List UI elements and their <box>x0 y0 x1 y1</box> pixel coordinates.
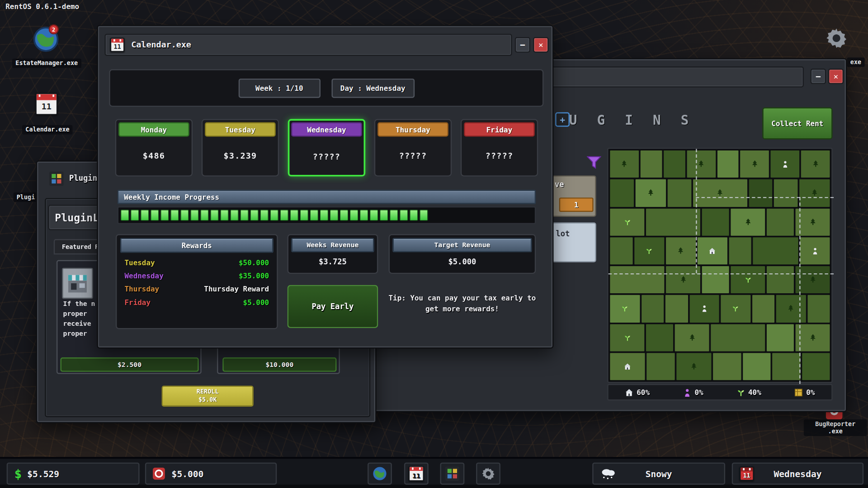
person-tile[interactable] <box>689 295 719 322</box>
map-tile[interactable] <box>664 150 685 178</box>
map-tile[interactable] <box>711 324 765 351</box>
crate-icon <box>794 388 802 396</box>
map-tile[interactable] <box>807 295 830 322</box>
map-tile[interactable] <box>668 179 691 206</box>
pine-tile[interactable] <box>799 179 830 206</box>
tip-line1: Tip: You can pay your tax early to <box>386 293 538 304</box>
snow-cloud-icon <box>600 467 617 480</box>
map-tile[interactable] <box>713 353 741 380</box>
taskbar-settings-button[interactable] <box>476 463 500 485</box>
pine-tile[interactable] <box>687 150 716 178</box>
map-tile[interactable] <box>610 237 632 264</box>
map-tile[interactable] <box>646 208 700 235</box>
house-tile[interactable] <box>697 237 727 264</box>
person-tile[interactable] <box>771 150 800 178</box>
calendar-titlebar[interactable]: 11 Calendar.exe <box>104 34 512 56</box>
sprout-tile[interactable] <box>731 266 765 293</box>
pine-tile[interactable] <box>675 324 709 351</box>
progress-segment <box>330 210 338 221</box>
map-tile[interactable] <box>702 266 729 293</box>
calendar-window: 11 Calendar.exe – ✕ Week : 1/10 Day : We… <box>97 25 553 348</box>
sprout-tile[interactable] <box>610 295 640 322</box>
map-tile[interactable] <box>743 353 771 380</box>
pine-tile[interactable] <box>666 237 696 264</box>
money-chip[interactable]: $ $5.529 <box>7 463 140 485</box>
pine-tile[interactable] <box>796 208 830 235</box>
map-tile[interactable] <box>702 208 729 235</box>
map-stat: 60% <box>625 388 650 396</box>
pine-tile[interactable] <box>693 179 747 206</box>
house-tile[interactable] <box>610 353 645 380</box>
map-tile[interactable] <box>610 179 633 206</box>
day-card-thursday[interactable]: Thursday????? <box>374 119 452 176</box>
pine-tile[interactable] <box>796 324 830 351</box>
map-tile[interactable] <box>772 353 800 380</box>
sprout-tile[interactable] <box>721 295 750 322</box>
map-tile[interactable] <box>729 237 751 264</box>
day-card-friday[interactable]: Friday????? <box>461 119 538 176</box>
pine-tile[interactable] <box>731 208 765 235</box>
buy-plugin-button[interactable]: $10.000 <box>222 357 336 372</box>
map-tile[interactable] <box>610 266 664 293</box>
desktop-icon-calendar-label[interactable]: Calendar.exe <box>22 125 73 135</box>
sprout-icon <box>621 305 628 312</box>
estate-minimize-button[interactable]: – <box>811 69 826 84</box>
collect-rent-button[interactable]: Collect Rent <box>762 108 833 140</box>
estate-map[interactable] <box>607 148 832 383</box>
day-card-value: $486 <box>116 151 192 161</box>
day-chip[interactable]: 11 Wednesday <box>732 463 863 485</box>
pine-tile[interactable] <box>776 295 806 322</box>
pine-tile[interactable] <box>666 266 700 293</box>
person-tile[interactable] <box>800 237 830 264</box>
sprout-tile[interactable] <box>610 208 644 235</box>
map-tile[interactable] <box>647 353 675 380</box>
map-tile[interactable] <box>641 150 662 178</box>
pay-early-button[interactable]: Pay Early <box>288 285 378 328</box>
map-tile[interactable] <box>802 353 830 380</box>
desktop-icon-estatemanager-label[interactable]: EstateManager.exe <box>12 59 81 68</box>
map-tile[interactable] <box>665 295 688 322</box>
day-card-monday[interactable]: Monday$486 <box>115 119 193 176</box>
taskbar-calendar-button[interactable]: 11 <box>404 463 429 485</box>
sprout-tile[interactable] <box>634 237 664 264</box>
add-plugin-button[interactable]: + <box>555 113 570 127</box>
map-tile[interactable] <box>767 324 794 351</box>
pine-tile[interactable] <box>796 266 830 293</box>
filter-funnel-icon[interactable] <box>587 156 601 169</box>
map-tile[interactable] <box>749 179 772 206</box>
map-tile[interactable] <box>753 237 798 264</box>
weather-chip[interactable]: Snowy <box>592 463 725 485</box>
map-tile[interactable] <box>642 295 664 322</box>
pine-tile[interactable] <box>801 150 830 178</box>
desktop-icon-exe-label[interactable]: exe <box>847 57 864 67</box>
sprout-tile[interactable] <box>610 324 644 351</box>
calendar-close-button[interactable]: ✕ <box>533 37 548 52</box>
pine-tile[interactable] <box>676 353 712 380</box>
buy-plugin-button[interactable]: $2.500 <box>60 357 198 372</box>
progress-segment <box>410 210 418 221</box>
desktop-icon-plugin-label[interactable]: Plugi <box>13 192 38 202</box>
map-tile[interactable] <box>767 208 794 235</box>
day-card-tuesday[interactable]: Tuesday$3.239 <box>202 119 279 176</box>
reroll-button[interactable]: REROLL $5.0K <box>162 385 254 407</box>
desktop-icon-estatemanager[interactable]: 2 <box>33 27 58 54</box>
pine-tile[interactable] <box>741 150 769 178</box>
pine-tile[interactable] <box>635 179 666 206</box>
taskbar-plugins-button[interactable] <box>440 463 464 485</box>
pine-tile[interactable] <box>610 150 639 178</box>
map-tile[interactable] <box>717 150 739 178</box>
tax-chip[interactable]: $5.000 <box>145 463 277 485</box>
map-tile[interactable] <box>774 179 797 206</box>
calendar-minimize-button[interactable]: – <box>515 37 530 52</box>
estate-close-button[interactable]: ✕ <box>828 69 844 84</box>
desktop-icon-bugreporter-label[interactable]: BugReporter .exe <box>804 419 867 436</box>
map-tile[interactable] <box>752 295 774 322</box>
taskbar-estatemanager-button[interactable] <box>368 463 392 485</box>
settings-gear-icon[interactable] <box>825 27 848 50</box>
map-row <box>610 324 830 351</box>
day-card-wednesday[interactable]: Wednesday????? <box>288 119 365 176</box>
map-tile[interactable] <box>767 266 794 293</box>
map-tile[interactable] <box>646 324 673 351</box>
desktop-icon-calendar[interactable]: 11 <box>35 93 57 115</box>
os-version-label: RentOS 0.6.1-demo <box>5 2 79 10</box>
